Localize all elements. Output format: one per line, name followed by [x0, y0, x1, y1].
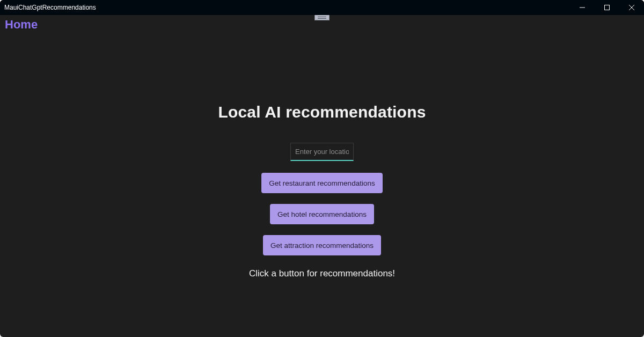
page-title: Home	[5, 19, 38, 31]
location-input[interactable]	[290, 143, 354, 161]
main-heading: Local AI recommendations	[218, 103, 426, 121]
titlebar: MauiChatGptRecommendations	[0, 0, 644, 15]
main-content: Local AI recommendations Get restaurant …	[0, 33, 644, 337]
get-attraction-button[interactable]: Get attraction recommendations	[263, 235, 381, 255]
app-window: MauiChatGptRecommendations Home Local AI…	[0, 0, 644, 337]
instruction-text: Click a button for recommendations!	[249, 268, 395, 279]
close-icon	[629, 5, 634, 10]
hamburger-icon	[318, 17, 326, 17]
svg-rect-1	[605, 5, 610, 10]
hamburger-icon	[318, 18, 326, 19]
maximize-icon	[604, 5, 610, 10]
maximize-button[interactable]	[595, 0, 619, 15]
app-header: Home	[0, 15, 644, 33]
window-title: MauiChatGptRecommendations	[4, 4, 96, 11]
minimize-icon	[580, 5, 585, 10]
flyout-toggle[interactable]	[314, 15, 330, 20]
titlebar-controls	[570, 0, 644, 15]
get-hotel-button[interactable]: Get hotel recommendations	[270, 204, 374, 224]
minimize-button[interactable]	[570, 0, 595, 15]
close-button[interactable]	[619, 0, 644, 15]
get-restaurant-button[interactable]: Get restaurant recommendations	[261, 173, 382, 193]
recommendation-buttons: Get restaurant recommendations Get hotel…	[261, 173, 382, 255]
